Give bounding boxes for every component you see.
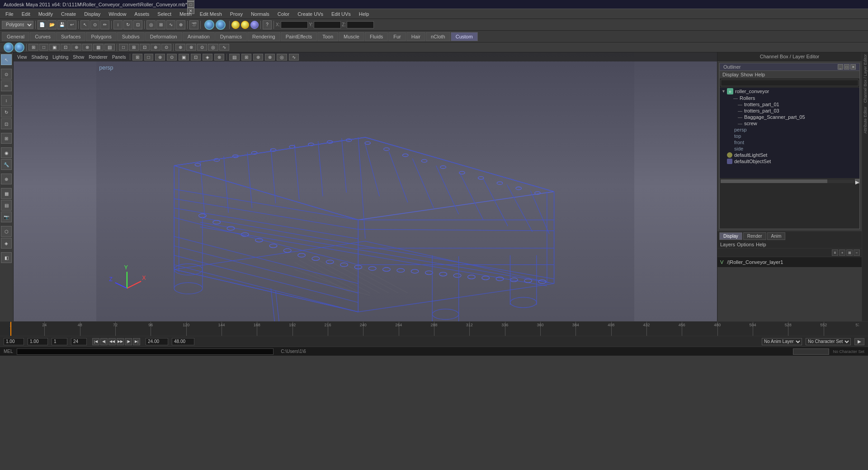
snap-btn-4[interactable]: ◎ [208,44,218,51]
menu-color[interactable]: Color [274,10,293,18]
tab-dynamics[interactable]: Dynamics [215,32,247,41]
undo-button[interactable]: ↩ [67,20,76,29]
step-back-btn[interactable]: ◀| [100,338,108,345]
char-set-select[interactable]: No Character Set [806,338,851,345]
paint-btn[interactable]: ✏ [1,80,12,91]
tab-curves[interactable]: Curves [30,32,56,41]
green-light-1[interactable] [204,20,214,30]
timeline-start-field[interactable] [4,338,24,345]
tab-polygons[interactable]: Polygons [86,32,116,41]
viewport-btn-9[interactable]: □ [119,44,128,51]
vp-menu-panels[interactable]: Panels [110,55,128,60]
tree-item-default-object-set[interactable]: defaultObjectSet [720,158,859,164]
menu-display[interactable]: Display [80,10,104,18]
open-scene-button[interactable]: 📂 [47,20,57,29]
tree-item-trotters-03[interactable]: — trotters_part_03 [720,108,859,114]
outliner-minimize-btn[interactable]: _ [838,64,843,70]
tab-general[interactable]: General [2,32,29,41]
menu-proxy[interactable]: Proxy [226,10,246,18]
x-field[interactable] [281,21,308,28]
vp-tool-12[interactable]: ⊗ [265,54,275,61]
menu-normals[interactable]: Normals [247,10,273,18]
move-tool[interactable]: ↕ [113,20,123,29]
z-field[interactable] [347,21,374,28]
outliner-tree[interactable]: ▼ o roller_conveyor — Rollers — trotters… [720,88,859,178]
vp-tool-13[interactable]: ◎ [277,54,287,61]
move-btn[interactable]: ↕ [1,95,12,106]
vp-tool-4[interactable]: ⊙ [167,54,177,61]
viewport-btn-2[interactable]: □ [39,44,48,51]
snap-curve-button[interactable]: ∿ [166,20,175,29]
timeline-end-field[interactable] [146,338,168,345]
snap-grid-button[interactable]: ⊞ [156,20,165,29]
tab-ncloth[interactable]: nCloth [426,32,450,41]
viewport-btn-8[interactable]: ▤ [104,44,115,51]
subtab-help[interactable]: Help [756,242,766,247]
tree-item-front[interactable]: front [720,139,859,146]
vp-tool-1[interactable]: ⊞ [132,54,142,61]
viewport-btn-3[interactable]: ▣ [49,44,60,51]
scale-btn[interactable]: ⊡ [1,118,12,129]
tab-rendering[interactable]: Rendering [247,32,280,41]
outliner-scroll-right[interactable]: ▶ [855,179,859,183]
vp-menu-lighting[interactable]: Lighting [51,55,70,60]
vp-tool-9[interactable]: ▤ [229,54,240,61]
save-scene-button[interactable]: 💾 [57,20,66,29]
tab-painteffects[interactable]: PaintEffects [281,32,317,41]
render-region-btn[interactable]: ⬡ [1,226,12,237]
tree-item-side[interactable]: side [720,146,859,152]
scale-tool[interactable]: ⊡ [133,20,142,29]
menu-create[interactable]: Create [57,10,80,18]
tree-item-trotters-01[interactable]: — trotters_part_01 [720,101,859,108]
vp-tool-7[interactable]: ◈ [203,54,212,61]
outliner-search-input[interactable] [721,80,859,86]
jump-to-end-btn[interactable]: ▶| [133,338,140,345]
tab-toon[interactable]: Toon [317,32,338,41]
vp-tool-2[interactable]: □ [144,54,153,61]
menu-edit[interactable]: Edit [18,10,34,18]
select-tool[interactable]: ↖ [80,20,90,29]
menu-file[interactable]: File [2,10,17,18]
tab-subdivs[interactable]: Subdivs [117,32,145,41]
tab-deformation[interactable]: Deformation [145,32,182,41]
vp-menu-view[interactable]: View [15,55,29,60]
show-manip-btn[interactable]: ⊕ [1,174,12,184]
subtab-options[interactable]: Options [737,242,754,247]
play-back-btn[interactable]: ◀◀ [108,338,116,345]
viewport-btn-4[interactable]: ⊡ [61,44,71,51]
light-yellow[interactable] [231,21,240,29]
viewport-btn-12[interactable]: ⊕ [151,44,160,51]
outliner-maximize-btn[interactable]: □ [844,64,849,70]
vp-menu-show[interactable]: Show [71,55,86,60]
menu-create-uvs[interactable]: Create UVs [294,10,327,18]
snap-btn-2[interactable]: ⊗ [186,44,196,51]
layer-options-btn[interactable]: ⊞ [846,249,853,256]
viewport-btn-7[interactable]: ▦ [93,44,104,51]
layer-create-btn[interactable]: ≡ [832,249,838,256]
attribute-editor-strip-label[interactable]: Attribute Editor [863,105,868,136]
viewport-btn-6[interactable]: ⊗ [82,44,92,51]
bottom-bar-btn[interactable]: ▶ [854,338,864,345]
tab-surfaces[interactable]: Surfaces [56,32,85,41]
vp-menu-renderer[interactable]: Renderer [87,55,109,60]
layer-delete-btn[interactable]: − [854,249,860,256]
camera-btn[interactable]: 📷 [1,212,12,222]
layer-row-conveyor[interactable]: V /|Roller_Conveyor_layer1 [719,259,860,265]
paint-select-tool[interactable]: ✏ [100,20,109,29]
orb-button-1[interactable] [4,42,14,52]
lasso-btn[interactable]: ⊙ [1,69,12,80]
rotate-btn[interactable]: ↻ [1,107,12,118]
step-fwd-btn[interactable]: |▶ [125,338,132,345]
mode-select[interactable]: Polygons [2,21,33,29]
menu-edit-uvs[interactable]: Edit UVs [328,10,354,18]
new-scene-button[interactable]: 📄 [38,20,47,29]
subtab-layers[interactable]: Layers [720,242,735,247]
snap-btn-3[interactable]: ⊙ [197,44,207,51]
menu-mesh[interactable]: Mesh [176,10,195,18]
snap-btn-1[interactable]: ⊕ [175,44,185,51]
vp-tool-5[interactable]: ▣ [179,54,189,61]
tree-item-top[interactable]: top [720,133,859,139]
universal-manip-btn[interactable]: ⊞ [1,133,12,144]
cb-tab-anim[interactable]: Anim [767,232,786,240]
menu-modify[interactable]: Modify [35,10,57,18]
